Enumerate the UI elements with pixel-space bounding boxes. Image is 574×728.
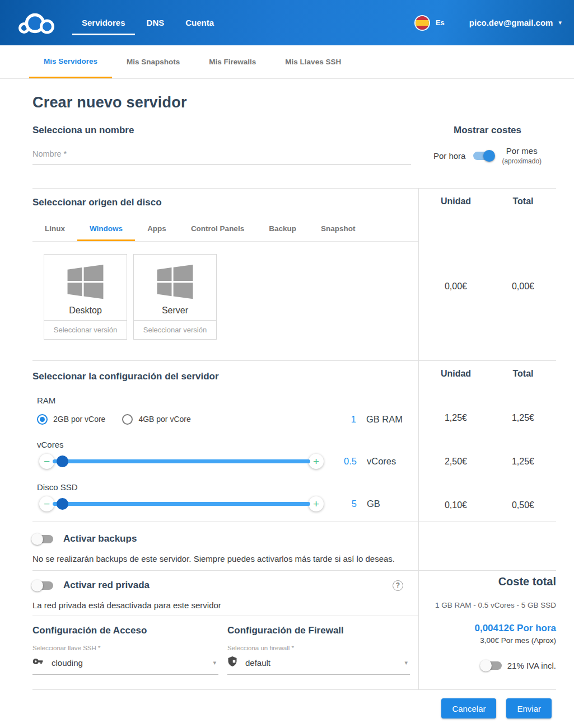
vcores-increase-button[interactable]: + xyxy=(309,454,324,469)
ssh-key-field-label: Seleccionar llave SSH * xyxy=(32,645,218,651)
vcores-slider-handle[interactable] xyxy=(57,455,68,467)
server-config-heading: Seleccionar la configuración del servido… xyxy=(32,371,418,382)
approx-note: (aproximado) xyxy=(502,157,542,165)
disk-unit-price: 0,00€ xyxy=(422,281,489,292)
per-hour-label: Por hora xyxy=(433,151,466,161)
section-tabs: Mis Servidores Mis Snapshots Mis Firewal… xyxy=(0,45,574,79)
account-email[interactable]: pico.dev@gmail.com xyxy=(469,18,553,27)
disk-tab-backup[interactable]: Backup xyxy=(256,218,309,241)
key-icon xyxy=(32,656,44,669)
vcores-total-price: 1,25€ xyxy=(489,457,557,467)
vcores-slider[interactable] xyxy=(53,459,310,463)
language-label[interactable]: Es xyxy=(436,18,445,27)
os-card-desktop: Desktop Seleccionar versión xyxy=(44,254,127,340)
windows-logo-icon xyxy=(157,265,193,301)
ram-option-2gb[interactable]: 2GB por vCore xyxy=(37,414,105,425)
firewall-select[interactable]: default ▾ xyxy=(227,656,410,675)
backups-toggle-label: Activar backups xyxy=(63,533,137,544)
radio-unselected-icon[interactable] xyxy=(122,414,133,425)
os-card-server: Server Seleccionar versión xyxy=(133,254,217,340)
os-card-desktop-select[interactable]: Desktop xyxy=(44,255,127,320)
ssh-key-selected-value: clouding xyxy=(52,658,83,668)
help-icon[interactable]: ? xyxy=(393,580,403,591)
ram-unit: GB RAM xyxy=(366,414,403,425)
firewall-config-heading: Configuración de Firewall xyxy=(227,625,410,636)
nav-item-cuenta[interactable]: Cuenta xyxy=(175,12,225,33)
disk-total-price: 0,00€ xyxy=(489,281,557,292)
access-config-heading: Configuración de Acceso xyxy=(32,625,218,636)
cost-monthly: 3,00€ Por mes (Aprox) xyxy=(422,636,556,645)
backups-description: No se realizarán backups de este servido… xyxy=(32,554,418,563)
ram-option-4gb-label: 4GB por vCore xyxy=(138,415,190,424)
spanish-flag-icon[interactable] xyxy=(416,16,429,30)
ssd-decrease-button[interactable]: − xyxy=(39,496,54,511)
total-column-header: Total xyxy=(489,369,557,379)
vcores-decrease-button[interactable]: − xyxy=(39,454,54,469)
shield-icon xyxy=(227,656,237,669)
tab-mis-llaves-ssh[interactable]: Mis Llaves SSH xyxy=(270,45,356,78)
server-name-input[interactable] xyxy=(32,147,411,165)
disk-tab-control-panels[interactable]: Control Panels xyxy=(179,218,256,241)
select-version-server[interactable]: Seleccionar versión xyxy=(134,320,216,339)
ram-option-2gb-label: 2GB por vCore xyxy=(53,415,105,424)
account-area: Es pico.dev@gmail.com ▾ xyxy=(416,16,562,30)
ssd-slider-handle[interactable] xyxy=(57,498,68,510)
main-nav: Servidores DNS Cuenta xyxy=(71,0,225,45)
disk-tab-windows[interactable]: Windows xyxy=(77,218,135,241)
private-network-description: La red privada está desactivada para est… xyxy=(32,600,418,610)
nav-item-dns[interactable]: DNS xyxy=(136,12,175,33)
select-version-desktop[interactable]: Seleccionar versión xyxy=(44,320,127,339)
top-navigation-bar: Servidores DNS Cuenta Es pico.dev@gmail.… xyxy=(0,0,574,45)
vcores-value: 0.5 xyxy=(331,456,357,467)
vat-label: 21% IVA incl. xyxy=(507,661,556,670)
disk-tab-linux[interactable]: Linux xyxy=(32,218,77,241)
os-card-label: Server xyxy=(162,306,188,316)
ssd-unit-price: 0,10€ xyxy=(422,500,489,510)
ssd-label: Disco SSD xyxy=(37,482,418,492)
chevron-down-icon: ▾ xyxy=(404,659,408,666)
nav-item-servidores[interactable]: Servidores xyxy=(71,12,136,33)
ram-option-4gb[interactable]: 4GB por vCore xyxy=(122,414,190,425)
ssh-key-select[interactable]: clouding ▾ xyxy=(32,656,218,675)
cancel-button[interactable]: Cancelar xyxy=(441,698,496,718)
tab-mis-servidores[interactable]: Mis Servidores xyxy=(29,45,112,78)
vcores-unit-price: 2,50€ xyxy=(422,457,489,467)
private-network-toggle[interactable] xyxy=(32,581,53,590)
clouding-logo-icon[interactable] xyxy=(18,10,54,36)
vat-toggle[interactable] xyxy=(481,661,502,670)
windows-logo-icon xyxy=(67,265,104,301)
vcores-label: vCores xyxy=(37,440,418,449)
private-network-toggle-label: Activar red privada xyxy=(63,580,150,591)
firewall-field-label: Selecciona un firewall * xyxy=(227,645,410,651)
costs-period-toggle[interactable] xyxy=(473,152,494,160)
unit-column-header: Unidad xyxy=(422,369,489,379)
chevron-down-icon: ▾ xyxy=(213,659,216,666)
backups-toggle[interactable] xyxy=(32,535,53,543)
ssd-total-price: 0,50€ xyxy=(489,500,557,510)
ram-label: RAM xyxy=(37,396,418,405)
tab-mis-snapshots[interactable]: Mis Snapshots xyxy=(112,45,194,78)
tab-mis-firewalls[interactable]: Mis Firewalls xyxy=(194,45,270,78)
vcores-unit: vCores xyxy=(367,456,403,467)
ssd-increase-button[interactable]: + xyxy=(309,496,324,511)
unit-column-header: Unidad xyxy=(422,196,489,206)
page-title: Crear nuevo servidor xyxy=(32,94,556,111)
os-card-server-select[interactable]: Server xyxy=(134,255,216,320)
disk-tab-apps[interactable]: Apps xyxy=(135,218,179,241)
disk-tab-snapshot[interactable]: Snapshot xyxy=(309,218,368,241)
show-costs-heading: Mostrar costes xyxy=(419,125,556,136)
cost-hourly: 0,00412€ Por hora xyxy=(422,623,556,634)
disk-source-tabs: Linux Windows Apps Control Panels Backup… xyxy=(32,218,418,242)
submit-button[interactable]: Enviar xyxy=(506,698,552,718)
ram-value: 1 xyxy=(330,414,356,425)
disk-source-heading: Seleccionar origen del disco xyxy=(32,197,418,208)
radio-selected-icon[interactable] xyxy=(37,414,48,425)
chevron-down-icon[interactable]: ▾ xyxy=(558,19,562,26)
ssd-slider[interactable] xyxy=(53,502,310,506)
per-month-label: Por mes xyxy=(506,146,538,156)
ram-total-price: 1,25€ xyxy=(489,413,557,423)
ram-unit-price: 1,25€ xyxy=(422,413,489,423)
name-section-heading: Selecciona un nombre xyxy=(32,125,411,136)
ssd-unit: GB xyxy=(367,499,403,509)
cost-total-heading: Coste total xyxy=(422,575,556,588)
